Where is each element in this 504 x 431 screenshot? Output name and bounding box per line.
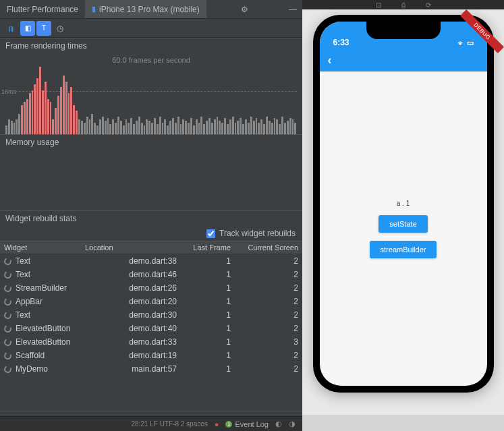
- overlay-toggle-icon[interactable]: ◧: [20, 21, 35, 36]
- frame-bar: [42, 90, 44, 134]
- wifi-icon: ᯤ: [457, 39, 465, 47]
- home-icon[interactable]: ⊡: [376, 1, 381, 9]
- col-current-screen[interactable]: Current Screen: [235, 241, 302, 254]
- clock-icon[interactable]: ◷: [53, 21, 67, 36]
- frame-bar: [242, 124, 244, 134]
- table-row[interactable]: ElevatedButtondemo.dart:4012: [0, 322, 302, 335]
- track-rebuilds-row: Track widget rebuilds: [0, 226, 302, 241]
- frame-bar: [256, 118, 258, 134]
- frame-bar: [144, 125, 146, 134]
- frame-bar: [96, 125, 99, 134]
- frame-bar: [84, 123, 86, 134]
- phone-screen: 6:33 ᯤ ▭ ‹ a . 1 setState streamBuilder: [320, 22, 487, 386]
- status-icon[interactable]: ◐: [275, 420, 282, 428]
- frame-bar: [76, 111, 78, 134]
- frame-bar: [240, 118, 242, 134]
- frame-bar: [102, 117, 104, 134]
- frame-bar: [78, 119, 80, 134]
- setstate-button[interactable]: setState: [379, 215, 427, 233]
- frame-bar: [208, 118, 211, 134]
- screenshot-icon[interactable]: ⎙: [401, 1, 405, 9]
- frame-bar: [18, 114, 20, 134]
- frame-bar: [123, 125, 125, 134]
- frame-bar: [138, 117, 140, 134]
- table-row[interactable]: Textdemo.dart:4612: [0, 268, 302, 281]
- table-row[interactable]: Scaffolddemo.dart:1912: [0, 349, 302, 362]
- frame-bar: [107, 118, 109, 134]
- frame-bar: [232, 117, 234, 134]
- col-location[interactable]: Location: [81, 241, 181, 254]
- error-indicator-icon[interactable]: ●: [215, 420, 219, 428]
- rebuild-ring-icon: [3, 365, 12, 374]
- table-row[interactable]: AppBardemo.dart:2012: [0, 295, 302, 308]
- frame-bar: [292, 119, 294, 134]
- frame-bar: [151, 123, 153, 134]
- rebuild-ring-icon: [3, 270, 12, 280]
- table-row[interactable]: Textdemo.dart:3812: [0, 254, 302, 268]
- simulator-pane: ⊡ ⎙ ⟳ DEBUG 6:33 ᯤ ▭ ‹ a . 1 setState st…: [302, 0, 504, 431]
- status-icon[interactable]: ◑: [289, 420, 296, 428]
- rebuild-ring-icon: [3, 324, 12, 334]
- clock: 6:33: [333, 38, 349, 47]
- frame-bar: [229, 119, 231, 134]
- tab-flutter-performance[interactable]: Flutter Performance: [0, 0, 85, 18]
- tab-bar: Flutter Performance ▮iPhone 13 Pro Max (…: [0, 0, 302, 19]
- stats-section-header: Widget rebuild stats: [0, 210, 302, 226]
- frame-bar: [279, 124, 281, 134]
- frame-bar: [245, 119, 247, 134]
- frame-bar: [284, 123, 286, 134]
- frame-bar: [146, 119, 148, 134]
- frame-bar: [63, 76, 65, 134]
- frame-bar: [39, 67, 41, 134]
- frame-bar: [224, 118, 226, 134]
- event-log-button[interactable]: 1 Event Log: [225, 420, 269, 428]
- perf-bars-icon[interactable]: ⫼: [4, 21, 19, 36]
- frame-bar: [117, 117, 119, 134]
- table-row[interactable]: MyDemomain.dart:5712: [0, 362, 302, 376]
- frame-bar: [57, 96, 59, 134]
- frame-bar: [21, 105, 23, 134]
- frame-bar: [271, 123, 273, 134]
- minimize-icon[interactable]: —: [283, 5, 302, 14]
- back-icon[interactable]: ‹: [328, 53, 332, 67]
- flutter-performance-panel: Flutter Performance ▮iPhone 13 Pro Max (…: [0, 0, 302, 431]
- col-widget[interactable]: Widget: [0, 241, 81, 254]
- frame-bar: [70, 87, 72, 134]
- gear-icon[interactable]: ⚙: [235, 5, 254, 14]
- table-row[interactable]: StreamBuilderdemo.dart:2612: [0, 281, 302, 295]
- frame-bar: [200, 117, 202, 134]
- frame-bar: [237, 121, 239, 134]
- memory-section-header: Memory usage: [0, 134, 302, 150]
- frame-bar: [281, 117, 283, 134]
- rebuild-ring-icon: [3, 257, 12, 266]
- frame-bar: [193, 125, 195, 134]
- frame-bar: [115, 123, 117, 134]
- rebuild-ring-icon: [3, 338, 12, 347]
- frame-bar: [125, 119, 128, 134]
- col-last-frame[interactable]: Last Frame: [181, 241, 235, 254]
- frame-bar: [16, 119, 18, 134]
- frame-bar: [133, 124, 135, 134]
- frame-bar: [182, 119, 184, 134]
- frame-bar: [136, 121, 138, 134]
- streambuilder-button[interactable]: streamBuilder: [370, 241, 437, 258]
- frame-bar: [11, 121, 13, 134]
- rotate-icon[interactable]: ⟳: [426, 1, 431, 9]
- tab-device[interactable]: ▮iPhone 13 Pro Max (mobile): [85, 0, 206, 18]
- frame-bar: [217, 117, 219, 134]
- frame-bar: [26, 99, 28, 134]
- frame-bar: [169, 121, 171, 134]
- text-baseline-icon[interactable]: T: [36, 21, 51, 36]
- track-rebuilds-checkbox[interactable]: [206, 229, 215, 238]
- rebuild-ring-icon: [3, 311, 12, 320]
- counter-text: a . 1: [397, 200, 410, 207]
- frame-bar: [5, 125, 7, 134]
- table-row[interactable]: ElevatedButtondemo.dart:3313: [0, 335, 302, 349]
- frame-bar: [159, 117, 161, 134]
- table-row[interactable]: Textdemo.dart:3012: [0, 308, 302, 322]
- frame-bar: [94, 123, 96, 134]
- rebuild-stats: Track widget rebuilds Widget Location La…: [0, 226, 302, 431]
- frame-chart: 60.0 frames per second 16ms: [0, 53, 302, 134]
- encoding-info[interactable]: 28:21 LF UTF-8 2 spaces: [131, 420, 207, 428]
- frame-bar: [274, 118, 276, 134]
